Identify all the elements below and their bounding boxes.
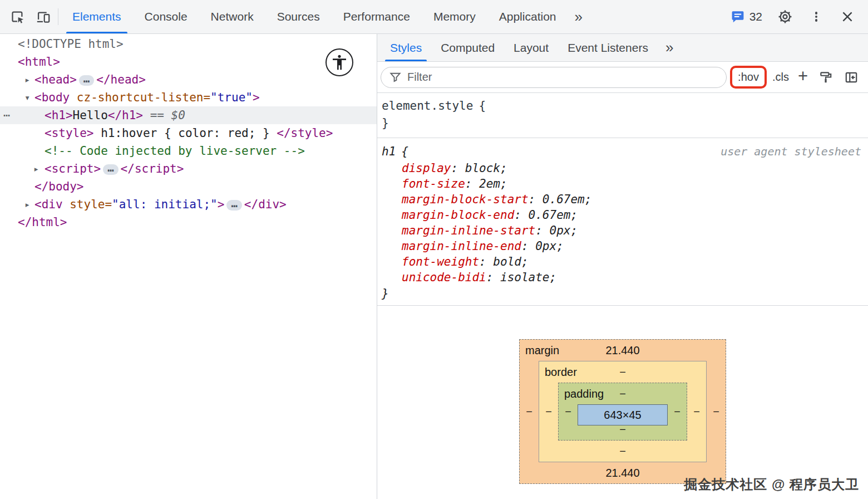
css-declaration-margin-block-end[interactable]: margin-block-end: 0.67em; xyxy=(382,207,864,223)
dom-row-doctype[interactable]: <!DOCTYPE html> xyxy=(0,35,377,53)
dom-row-style[interactable]: <style> h1:hover { color: red; } </style… xyxy=(0,124,377,142)
dom-row-div[interactable]: ▸<div style="all: initial;">…</div> xyxy=(0,195,377,213)
box-model-padding[interactable]: padding − − 643×45 − xyxy=(558,383,687,441)
dom-row-comment[interactable]: <!-- Code injected by live-server --> xyxy=(0,142,377,160)
dom-row-body-close[interactable]: </body> xyxy=(0,178,377,195)
border-bottom-value[interactable]: − xyxy=(619,445,626,458)
devtools-toolbar: ElementsConsoleNetworkSourcesPerformance… xyxy=(0,0,868,34)
element-style-selector: element.style xyxy=(382,99,473,112)
device-toolbar-button[interactable] xyxy=(30,4,56,30)
close-devtools-button[interactable] xyxy=(835,4,860,30)
dom-token-tag: </html> xyxy=(18,216,67,229)
sidebar-panel-icon xyxy=(844,70,859,85)
styles-tab-computed[interactable]: Computed xyxy=(431,34,504,61)
inline-expand-ellipsis-button[interactable]: … xyxy=(79,75,94,86)
dom-row-html-open[interactable]: <html> xyxy=(0,53,377,71)
styles-more-tabs-button[interactable]: » xyxy=(658,34,681,61)
dom-row-h1[interactable]: ⋯<h1>Hello</h1> == $0 xyxy=(0,106,377,124)
css-declaration-unicode-bidi[interactable]: unicode-bidi: isolate; xyxy=(382,270,864,285)
styles-tab-layout[interactable]: Layout xyxy=(504,34,558,61)
styles-filter-row: :hov .cls + xyxy=(377,62,868,93)
accessibility-overlay-button[interactable] xyxy=(326,48,353,76)
css-property-value: : 0.67em; xyxy=(529,193,592,206)
css-declaration-margin-block-start[interactable]: margin-block-start: 0.67em; xyxy=(382,192,864,207)
element-classes-button[interactable]: .cls xyxy=(770,70,791,85)
border-left-value[interactable]: − xyxy=(539,383,558,441)
styles-tabs: StylesComputedLayoutEvent Listeners » xyxy=(377,34,868,62)
css-rule-section: h1{ user agent stylesheet display: block… xyxy=(377,138,868,306)
styles-filter-box[interactable] xyxy=(381,67,727,88)
tab-application[interactable]: Application xyxy=(487,0,568,33)
dom-token-doctype: <!DOCTYPE html> xyxy=(18,37,124,51)
border-right-value[interactable]: − xyxy=(687,383,706,441)
more-panels-button[interactable]: » xyxy=(568,8,589,26)
css-declaration-font-size[interactable]: font-size: 2em; xyxy=(382,176,864,192)
main-tabs: ElementsConsoleNetworkSourcesPerformance… xyxy=(61,0,568,33)
dom-token-tag: <h1> xyxy=(45,109,73,122)
open-brace: { xyxy=(479,99,486,112)
toggle-sidebar-button[interactable] xyxy=(840,65,862,90)
element-style-selector-line[interactable]: element.style{ xyxy=(382,97,864,115)
dom-token-attr: cz-shortcut-listen= xyxy=(77,91,210,104)
css-property-name: unicode-bidi xyxy=(402,271,486,284)
margin-label: margin xyxy=(525,344,559,357)
rendering-emulation-button[interactable] xyxy=(815,65,837,90)
toggle-element-state-button[interactable]: :hov xyxy=(736,70,761,85)
styles-tab-styles[interactable]: Styles xyxy=(381,34,431,61)
css-declaration-margin-inline-start[interactable]: margin-inline-start: 0px; xyxy=(382,223,864,238)
close-icon xyxy=(840,9,855,24)
tab-console[interactable]: Console xyxy=(133,0,199,33)
dom-row-head[interactable]: ▸<head>…</head> xyxy=(0,71,377,89)
css-declaration-margin-inline-end[interactable]: margin-inline-end: 0px; xyxy=(382,238,864,254)
padding-bottom-value[interactable]: − xyxy=(619,423,626,436)
inline-expand-ellipsis-button[interactable]: … xyxy=(103,164,118,175)
inline-expand-ellipsis-button[interactable]: … xyxy=(226,200,241,211)
css-property-name: margin-block-start xyxy=(402,193,529,206)
css-rule-selector: h1 xyxy=(382,145,396,158)
tab-elements[interactable]: Elements xyxy=(61,0,133,33)
padding-left-value[interactable]: − xyxy=(559,404,578,419)
new-style-rule-button[interactable]: + xyxy=(795,66,811,89)
dom-row-body-open[interactable]: ▾<body cz-shortcut-listen="true"> xyxy=(0,89,377,106)
more-options-button[interactable] xyxy=(803,4,829,30)
margin-left-value[interactable]: − xyxy=(520,361,539,462)
css-rule-header: h1{ user agent stylesheet xyxy=(382,143,864,160)
rule-selector-group[interactable]: h1{ xyxy=(382,143,408,160)
dom-row-script[interactable]: ▸<script>…</script> xyxy=(0,160,377,178)
styles-tab-list: StylesComputedLayoutEvent Listeners xyxy=(381,34,658,61)
box-model-border[interactable]: border − − padding − xyxy=(539,361,707,462)
dom-token-tag: <div xyxy=(34,198,70,211)
box-model-margin[interactable]: margin 21.440 − border − − xyxy=(519,339,726,484)
inspect-cursor-icon xyxy=(10,9,25,25)
tab-network[interactable]: Network xyxy=(199,0,265,33)
element-style-section[interactable]: element.style{ } xyxy=(377,93,868,138)
settings-button[interactable] xyxy=(772,4,798,30)
open-brace: { xyxy=(401,145,408,158)
tab-sources[interactable]: Sources xyxy=(265,0,332,33)
device-toolbar-icon xyxy=(36,9,51,25)
dom-row-html-close[interactable]: </html> xyxy=(0,213,377,231)
css-declaration-display[interactable]: display: block; xyxy=(382,160,864,176)
css-property-value: : 0px; xyxy=(521,239,564,253)
styles-filter-input[interactable] xyxy=(407,71,718,84)
caret-expanded-icon[interactable]: ▾ xyxy=(24,89,30,106)
css-declaration-font-weight[interactable]: font-weight: bold; xyxy=(382,254,864,270)
inspect-element-button[interactable] xyxy=(4,4,30,30)
tab-memory[interactable]: Memory xyxy=(422,0,487,33)
margin-bottom-value[interactable]: 21.440 xyxy=(605,467,639,480)
dom-token-tag: > xyxy=(253,91,260,104)
padding-right-value[interactable]: − xyxy=(668,404,687,419)
dom-token-tag: </style> xyxy=(277,126,333,140)
caret-collapsed-icon[interactable]: ▸ xyxy=(24,71,30,89)
devtools-window: ElementsConsoleNetworkSourcesPerformance… xyxy=(0,0,868,499)
margin-right-value[interactable]: − xyxy=(707,361,726,462)
row-ellipsis-gutter-icon[interactable]: ⋯ xyxy=(3,106,9,124)
console-messages-button[interactable]: 32 xyxy=(726,9,767,24)
caret-collapsed-icon[interactable]: ▸ xyxy=(24,195,30,213)
padding-top-value[interactable]: − xyxy=(619,388,626,400)
tab-performance[interactable]: Performance xyxy=(332,0,422,33)
styles-tab-event-listeners[interactable]: Event Listeners xyxy=(558,34,658,61)
border-top-value[interactable]: − xyxy=(619,366,626,379)
margin-top-value[interactable]: 21.440 xyxy=(605,344,639,357)
caret-collapsed-icon[interactable]: ▸ xyxy=(33,160,39,178)
